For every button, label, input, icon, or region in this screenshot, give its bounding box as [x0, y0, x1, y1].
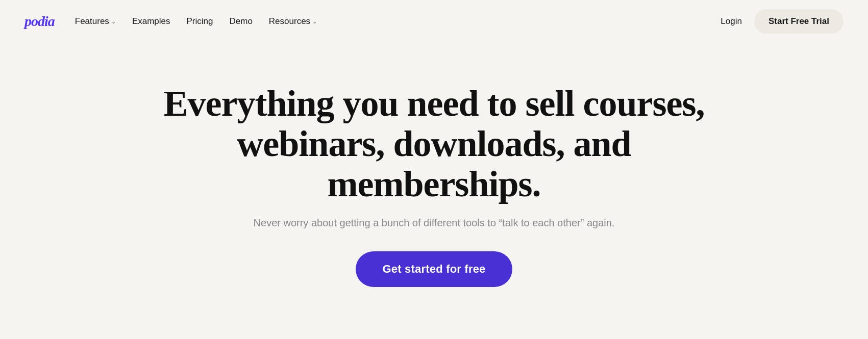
nav-item-pricing[interactable]: Pricing — [187, 16, 213, 27]
nav-item-examples[interactable]: Examples — [132, 16, 170, 27]
nav-link-examples[interactable]: Examples — [132, 16, 170, 26]
chevron-down-icon: ⌄ — [111, 18, 116, 25]
nav-item-demo[interactable]: Demo — [229, 16, 252, 27]
start-trial-button[interactable]: Start Free Trial — [754, 9, 844, 34]
chevron-down-icon: ⌄ — [312, 18, 317, 25]
nav-item-resources[interactable]: Resources ⌄ — [269, 16, 317, 27]
nav-link-resources[interactable]: Resources ⌄ — [269, 16, 317, 27]
nav-link-demo[interactable]: Demo — [229, 16, 252, 26]
navbar: podia Features ⌄ Examples Pricing Demo — [0, 0, 868, 43]
nav-right: Login Start Free Trial — [721, 9, 844, 34]
nav-item-features[interactable]: Features ⌄ — [75, 16, 116, 27]
nav-links: Features ⌄ Examples Pricing Demo Resourc… — [75, 16, 317, 27]
logo[interactable]: podia — [24, 13, 75, 30]
hero-section: Everything you need to sell courses, web… — [0, 43, 868, 318]
cta-button[interactable]: Get started for free — [356, 251, 512, 287]
hero-headline: Everything you need to sell courses, web… — [154, 84, 715, 205]
nav-link-features[interactable]: Features ⌄ — [75, 16, 116, 27]
nav-link-pricing[interactable]: Pricing — [187, 16, 213, 26]
login-link[interactable]: Login — [721, 16, 742, 27]
hero-subtext: Never worry about getting a bunch of dif… — [254, 217, 615, 229]
